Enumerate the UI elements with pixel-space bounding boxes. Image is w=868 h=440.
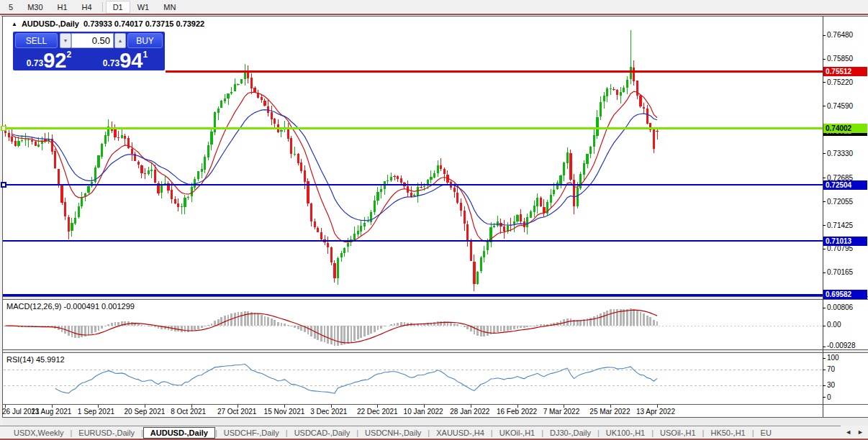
timeframe-m30[interactable]: M30 [20, 1, 50, 14]
macd-axis-tick: 0.00 [827, 321, 841, 329]
buy-price[interactable]: 0.73 94 1 [88, 49, 163, 70]
rsi-label: RSI(14) 45.9912 [6, 355, 65, 364]
macd-axis-tick: -0.00928 [827, 342, 855, 349]
price-axis-tick: 0.70165 [827, 268, 853, 276]
bottom-chrome-band [3, 418, 868, 426]
price-axis-tick: 0.74590 [827, 102, 853, 110]
tab-eurusd-daily[interactable]: EURUSD-,Daily [72, 428, 141, 438]
panel-splitter-2[interactable] [3, 350, 868, 352]
buy-price-prefix: 0.73 [103, 58, 119, 68]
top-accent-line [0, 14, 868, 15]
date-axis-label: 27 Oct 2021 [217, 408, 256, 416]
tab-audusd-daily[interactable]: AUDUSD-,Daily [143, 427, 215, 439]
support-line-badge-3: 0.69582 [823, 290, 867, 299]
timeframe-d1[interactable]: D1 [106, 1, 130, 14]
date-axis-label: 28 Jan 2022 [450, 408, 489, 416]
date-axis-label: 13 Aug 2021 [31, 408, 71, 416]
date-axis-label: 20 Sep 2021 [125, 408, 166, 416]
rsi-panel[interactable] [3, 353, 823, 404]
price-axis-tick: 0.72055 [827, 198, 853, 206]
sell-button[interactable]: SELL [15, 33, 58, 48]
sell-price-prefix: 0.73 [27, 58, 43, 68]
price-axis-tick: 0.75850 [827, 55, 853, 63]
tab-scroll-left-icon[interactable]: ◄ [845, 428, 851, 436]
chart-symbol-title: AUDUSD-,Daily [22, 19, 79, 28]
tab-scroll-right-icon[interactable]: ► [857, 428, 864, 436]
buy-price-pipette: 1 [143, 50, 148, 60]
chart-tab-bar: USDX,Weekly|EURUSD-,Daily|AUDUSD-,Daily|… [0, 426, 868, 439]
timeframe-w1[interactable]: W1 [130, 1, 157, 14]
resistance-line-badge: 0.75512 [823, 67, 867, 76]
date-axis-label: 15 Nov 2021 [264, 408, 305, 416]
date-axis-label: 8 Oct 2021 [171, 408, 206, 416]
tab-usdcnh-daily[interactable]: USDCNH-,Daily [358, 428, 428, 438]
tab-eu[interactable]: EU [754, 428, 778, 438]
macd-label: MACD(12,26,9) -0.000491 0.001299 [6, 302, 135, 311]
price-axis-tick: 0.76480 [827, 31, 853, 39]
rsi-axis-tick: 0 [827, 393, 831, 401]
timeframe-mn[interactable]: MN [156, 1, 183, 14]
tab-xauusd-h4[interactable]: XAUUSD-,H4 [430, 428, 491, 438]
chart-ohlc-values: 0.73933 0.74017 0.73715 0.73922 [83, 19, 204, 28]
lot-size-input[interactable]: 0.50 [71, 33, 114, 48]
tab-uk100-h1[interactable]: UK100-,H1 [600, 428, 651, 438]
support-line-badge-2: 0.71013 [823, 237, 867, 246]
price-axis-tick: 0.70795 [827, 244, 853, 252]
tab-usoil-h1[interactable]: USOil-,H1 [654, 428, 702, 438]
toolbar-separator [102, 2, 103, 12]
green-line-badge: 0.74002 [823, 124, 867, 133]
date-axis-label: 3 Dec 2021 [310, 408, 347, 416]
date-axis-label: 13 Apr 2022 [636, 408, 675, 416]
date-axis-label: 25 Mar 2022 [589, 408, 630, 416]
lot-increase-button[interactable]: ▲ [114, 33, 126, 48]
sell-price-pips: 92 [43, 50, 66, 70]
tab-usdchf-daily[interactable]: USDCHF-,Daily [217, 428, 286, 438]
trading-terminal: { "toolbar": { "timeframes": ["5", "M30"… [0, 0, 868, 440]
lot-decrease-button[interactable]: ▼ [60, 33, 71, 48]
rsi-axis-tick: 70 [827, 365, 835, 373]
timeframe-h1[interactable]: H1 [50, 1, 75, 14]
price-axis-tick: 0.75220 [827, 78, 853, 86]
tab-ukoil-h1[interactable]: UKOil-,H1 [493, 428, 542, 438]
tab-hk50-h1[interactable]: HK50-,H1 [704, 428, 751, 438]
rsi-axis-tick: 30 [827, 381, 835, 389]
tab-dj30-daily[interactable]: DJ30-,Daily [543, 428, 597, 438]
price-axis-tick: 0.71425 [827, 221, 853, 229]
support-line-badge-1: 0.72504 [823, 180, 867, 190]
one-click-trade-panel: SELL ▼ 0.50 ▲ BUY 0.73 92 2 0.73 94 1 [13, 32, 165, 70]
tab-usdcad-daily[interactable]: USDCAD-,Daily [288, 428, 357, 438]
panel-splitter-1[interactable] [3, 297, 868, 299]
timeframe-5[interactable]: 5 [1, 1, 20, 14]
price-axis-tick: 0.73330 [827, 150, 853, 157]
buy-button[interactable]: BUY [127, 33, 163, 48]
collapse-panel-icon[interactable]: ▲ [12, 21, 17, 27]
tab-usdx-weekly[interactable]: USDX,Weekly [7, 428, 70, 438]
date-axis-label: 16 Feb 2022 [497, 408, 537, 416]
tab-scroll-controls: ◄ ► [841, 426, 868, 439]
timeframe-toolbar: 5M30H1H4D1W1MN [0, 0, 868, 14]
date-axis-label: 7 Mar 2022 [543, 408, 580, 416]
timeframe-h4[interactable]: H4 [75, 1, 99, 14]
sell-price[interactable]: 0.73 92 2 [13, 49, 85, 70]
date-axis-label: 1 Sep 2021 [78, 408, 114, 416]
chart-header: ▲ AUDUSD-,Daily 0.73933 0.74017 0.73715 … [12, 19, 204, 28]
date-axis-label: 10 Jan 2022 [404, 408, 443, 416]
sell-price-pipette: 2 [66, 50, 71, 60]
macd-axis-tick: 0.00806 [827, 303, 853, 311]
date-axis-label: 22 Dec 2021 [357, 408, 398, 416]
rsi-axis-tick: 100 [827, 354, 839, 362]
buy-price-pips: 94 [119, 50, 143, 70]
